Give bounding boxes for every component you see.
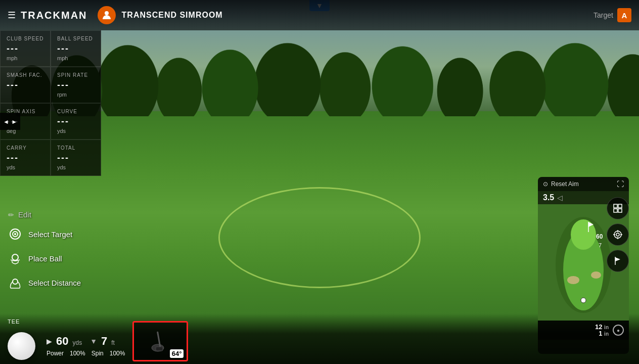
distance-value: 60 — [56, 335, 68, 348]
edit-label: Edit — [18, 210, 31, 219]
place-ball-icon — [8, 251, 22, 265]
ball-speed-box: BALL SPEED --- mph — [51, 30, 101, 67]
target-label: Target — [594, 11, 613, 19]
power-spin-info: Power 100% Spin 100% — [47, 350, 125, 357]
distance-12-in: 12 in 1 in — [595, 324, 609, 337]
right-controls — [607, 197, 629, 272]
spin-rate-box: SPIN RATE --- rpm — [51, 67, 101, 103]
svg-point-14 — [591, 271, 601, 279]
target-icon — [8, 227, 22, 241]
ball-speed-value: --- — [57, 43, 95, 54]
total-box: TOTAL --- yds — [51, 140, 101, 176]
select-distance-button[interactable]: Select Distance — [0, 270, 89, 295]
edit-button[interactable]: ✏ Edit — [0, 207, 89, 222]
grid-button[interactable] — [607, 197, 629, 219]
svg-marker-31 — [615, 257, 620, 261]
expand-map-button[interactable]: ⛶ — [617, 180, 624, 188]
spin-rate-unit: rpm — [57, 92, 95, 98]
right-arrow-icon: ► — [11, 118, 17, 125]
expand-stats-button[interactable]: ◄ ► — [0, 113, 20, 130]
select-distance-icon — [8, 276, 22, 290]
player-avatar — [98, 6, 116, 24]
svg-rect-20 — [614, 204, 617, 208]
smash-fac-label: SMASH FAC. — [7, 72, 44, 78]
svg-point-13 — [567, 276, 579, 284]
player-name: TRANSCEND SIMROOM — [122, 11, 223, 20]
total-label: TOTAL — [57, 145, 95, 151]
power-label: Power — [47, 350, 64, 357]
spin-value: 100% — [110, 350, 125, 357]
grid-icon — [613, 203, 623, 213]
position-reset-icon[interactable]: ● — [613, 325, 624, 336]
curve-unit: yds — [57, 128, 95, 134]
svg-point-19 — [581, 298, 586, 303]
header-bar: ☰ TRACKMAN TRANSCEND SIMROOM Target A — [0, 0, 639, 30]
place-ball-label: Place Ball — [28, 254, 62, 263]
stats-panel: CLUB SPEED --- mph BALL SPEED --- mph SM… — [0, 30, 101, 176]
svg-text:7: 7 — [599, 242, 602, 248]
reset-aim-label: Reset Aim — [551, 180, 579, 188]
select-target-button[interactable]: Select Target — [0, 222, 89, 246]
club-speed-value: --- — [7, 43, 44, 54]
target-aim-button[interactable] — [607, 223, 629, 246]
map-bottom-bar: 12 in 1 in ● — [538, 321, 629, 340]
trackman-logo: TRACKMAN — [21, 10, 87, 21]
height-down-arrow-icon: ▼ — [90, 337, 97, 345]
spin-label: Spin — [92, 350, 104, 357]
distance-unit: yds — [72, 339, 82, 346]
mini-map-distance-value: 3.5 — [543, 193, 554, 202]
height-value: 7 — [101, 335, 107, 348]
svg-rect-22 — [614, 209, 617, 212]
distance-info: ▶ 60 yds ▼ 7 ft — [47, 335, 125, 348]
tee-label: TEE — [8, 318, 20, 325]
carry-unit: yds — [7, 164, 44, 170]
smash-fac-value: --- — [7, 80, 44, 90]
smash-fac-box: SMASH FAC. --- — [0, 67, 51, 103]
club-speed-box: CLUB SPEED --- mph — [0, 30, 51, 67]
left-menu: ✏ Edit Select Target Place Ball — [0, 207, 89, 295]
stats-row-4: CARRY --- yds TOTAL --- yds — [0, 140, 101, 176]
mini-map-arrow-icon: ◁ — [557, 194, 563, 202]
select-distance-label: Select Distance — [28, 279, 81, 287]
svg-point-25 — [616, 233, 619, 236]
aim-icon — [613, 230, 623, 240]
svg-rect-21 — [618, 204, 622, 208]
total-value: --- — [57, 153, 95, 163]
carry-label: CARRY — [7, 145, 44, 151]
pencil-icon: ✏ — [8, 211, 14, 219]
reset-aim-button[interactable]: ⊙ Reset Aim — [543, 180, 579, 188]
svg-text:60: 60 — [596, 233, 603, 240]
spin-rate-label: SPIN RATE — [57, 72, 95, 78]
place-ball-button[interactable]: Place Ball — [0, 246, 89, 270]
golf-ball — [8, 332, 35, 360]
club-degree-badge: 64° — [170, 349, 184, 358]
svg-point-24 — [614, 231, 621, 238]
flag-button[interactable] — [607, 250, 629, 272]
club-speed-label: CLUB SPEED — [7, 36, 44, 41]
flag-icon — [613, 256, 623, 266]
avatar-icon — [101, 10, 112, 21]
curve-value: --- — [57, 116, 95, 127]
carry-value: --- — [7, 153, 44, 163]
height-unit: ft — [111, 339, 115, 346]
target-badge[interactable]: A — [617, 8, 631, 22]
left-arrow-icon: ◄ — [3, 118, 9, 125]
stats-row-2: SMASH FAC. --- SPIN RATE --- rpm — [0, 67, 101, 103]
svg-point-0 — [105, 11, 109, 15]
reset-aim-icon: ⊙ — [543, 180, 548, 188]
spin-rate-value: --- — [57, 80, 95, 90]
expand-icon: ⛶ — [617, 180, 624, 188]
club-selection-box[interactable]: 64° — [132, 321, 188, 361]
ball-speed-label: BALL SPEED — [57, 36, 95, 41]
svg-rect-23 — [618, 209, 622, 212]
distance-arrow-icon: ▶ — [47, 337, 52, 345]
svg-rect-8 — [156, 347, 163, 351]
stats-row-1: CLUB SPEED --- mph BALL SPEED --- mph — [0, 30, 101, 67]
target-circle — [218, 187, 421, 288]
select-target-label: Select Target — [28, 230, 72, 239]
menu-icon[interactable]: ☰ — [8, 10, 16, 21]
carry-box: CARRY --- yds — [0, 140, 51, 176]
curve-box: CURVE --- yds — [51, 103, 101, 140]
svg-point-3 — [14, 233, 16, 235]
club-speed-unit: mph — [7, 55, 44, 61]
